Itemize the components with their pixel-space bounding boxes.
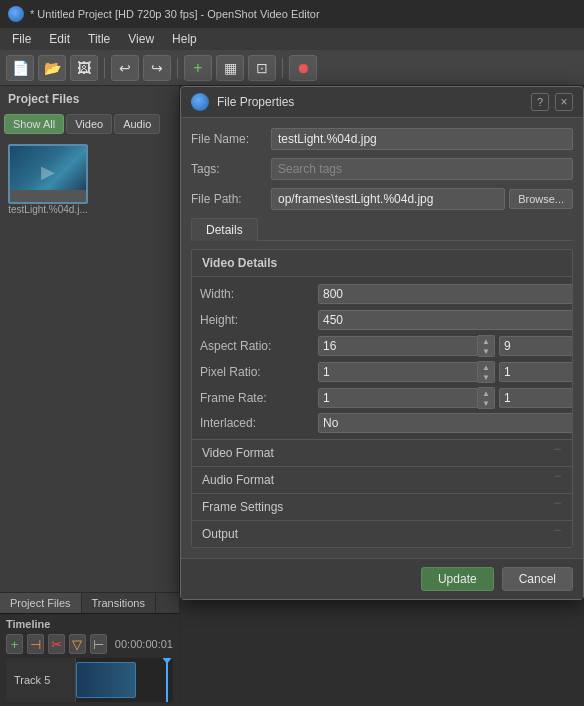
output-label: Output [202, 527, 238, 541]
width-label: Width: [200, 287, 310, 301]
transitions-button[interactable]: ▦ [216, 55, 244, 81]
menu-file[interactable]: File [4, 30, 39, 48]
pixel-ratio-1-down[interactable]: ▼ [478, 372, 494, 382]
tags-row: Tags: [191, 158, 573, 180]
dialog-close-button[interactable]: × [555, 93, 573, 111]
dialog-help-button[interactable]: ? [531, 93, 549, 111]
width-input-wrapper: ▲ ▼ [318, 283, 573, 305]
dialog-body: File Name: Tags: File Path: Browse... De… [181, 118, 583, 558]
file-path-row: File Path: Browse... [191, 188, 573, 210]
frame-rate-1-up[interactable]: ▲ [478, 388, 494, 398]
frame-rate-1-wrapper: ▲ ▼ [318, 387, 495, 409]
menu-edit[interactable]: Edit [41, 30, 78, 48]
toolbar-separator [104, 58, 105, 78]
title-bar: * Untitled Project [HD 720p 30 fps] - Op… [0, 0, 584, 28]
file-path-container: Browse... [271, 188, 573, 210]
tab-transitions[interactable]: Transitions [82, 593, 156, 613]
tab-project-files[interactable]: Project Files [0, 593, 82, 613]
audio-format-arrow: ⌒ [553, 474, 562, 487]
tags-input[interactable] [271, 158, 573, 180]
update-button[interactable]: Update [421, 567, 494, 591]
aspect-ratio-1-up[interactable]: ▲ [478, 336, 494, 346]
add-clip-button[interactable]: + [184, 55, 212, 81]
left-panel: Project Files Show All Video Audio testL… [0, 86, 180, 706]
dialog-app-icon [191, 93, 209, 111]
output-header[interactable]: Output ⌒ [192, 521, 572, 547]
pixel-ratio-2-input[interactable] [499, 362, 573, 382]
frame-rate-1-input[interactable] [318, 388, 478, 408]
track-clip[interactable] [76, 662, 136, 698]
filter-tabs: Show All Video Audio [0, 112, 179, 136]
filter-tab-video[interactable]: Video [66, 114, 112, 134]
file-properties-dialog: File Properties ? × File Name: Tags: Fil… [180, 86, 584, 600]
aspect-ratio-label: Aspect Ratio: [200, 339, 310, 353]
undo-button[interactable]: ↩ [111, 55, 139, 81]
file-name-input[interactable] [271, 128, 573, 150]
timeline-snap-button[interactable]: ⊣ [27, 634, 44, 654]
timeline-add-button[interactable]: + [6, 634, 23, 654]
menu-title[interactable]: Title [80, 30, 118, 48]
toolbar-separator-3 [282, 58, 283, 78]
interlaced-label: Interlaced: [200, 416, 310, 430]
new-button[interactable]: 📄 [6, 55, 34, 81]
file-name-row: File Name: [191, 128, 573, 150]
video-format-arrow: ⌒ [553, 447, 562, 460]
dialog-footer: Update Cancel [181, 558, 583, 599]
timeline-filter-button[interactable]: ▽ [69, 634, 86, 654]
redo-button[interactable]: ↪ [143, 55, 171, 81]
timeline-cut-button[interactable]: ✂ [48, 634, 65, 654]
frame-rate-1-down[interactable]: ▼ [478, 398, 494, 408]
audio-format-label: Audio Format [202, 473, 274, 487]
media-thumbnail [8, 144, 88, 204]
aspect-ratio-1-down[interactable]: ▼ [478, 346, 494, 356]
width-input[interactable] [318, 284, 573, 304]
height-input-wrapper: ▲ ▼ [318, 309, 573, 331]
output-arrow: ⌒ [553, 528, 562, 541]
record-button[interactable]: ⏺ [289, 55, 317, 81]
dialog-tabs: Details [191, 218, 573, 241]
aspect-ratio-1-input[interactable] [318, 336, 478, 356]
aspect-ratio-2-input[interactable] [499, 336, 573, 356]
thumbnail-button[interactable]: 🖼 [70, 55, 98, 81]
bottom-tabs: Project Files Transitions [0, 592, 179, 613]
frame-rate-1-spin: ▲ ▼ [478, 387, 495, 409]
video-details-header: Video Details [192, 250, 572, 277]
media-item[interactable]: testLight.%04d.j... [8, 144, 88, 215]
frame-settings-section: Frame Settings ⌒ [192, 493, 572, 520]
pixel-ratio-1-input[interactable] [318, 362, 478, 382]
audio-format-section: Audio Format ⌒ [192, 466, 572, 493]
tags-label: Tags: [191, 162, 271, 176]
timeline-zoom-button[interactable]: ⊢ [90, 634, 107, 654]
aspect-ratio-1-spin: ▲ ▼ [478, 335, 495, 357]
fullscreen-button[interactable]: ⊡ [248, 55, 276, 81]
frame-rate-row: ▲ ▼ ▲ ▼ [318, 387, 573, 409]
playhead-triangle [161, 658, 173, 664]
frame-rate-2-input[interactable] [499, 388, 573, 408]
frame-settings-arrow: ⌒ [553, 501, 562, 514]
filter-tab-audio[interactable]: Audio [114, 114, 160, 134]
menu-help[interactable]: Help [164, 30, 205, 48]
track-label: Track 5 [6, 658, 76, 702]
file-path-input[interactable] [271, 188, 505, 210]
open-button[interactable]: 📂 [38, 55, 66, 81]
track-area: Track 5 [6, 658, 173, 702]
window-title: * Untitled Project [HD 720p 30 fps] - Op… [30, 8, 320, 20]
menu-view[interactable]: View [120, 30, 162, 48]
audio-format-header[interactable]: Audio Format ⌒ [192, 467, 572, 493]
tab-details[interactable]: Details [191, 218, 258, 241]
interlaced-select[interactable]: No Yes [318, 413, 573, 433]
dialog-title: File Properties [217, 95, 531, 109]
file-path-label: File Path: [191, 192, 271, 206]
frame-settings-header[interactable]: Frame Settings ⌒ [192, 494, 572, 520]
cancel-button[interactable]: Cancel [502, 567, 573, 591]
height-input[interactable] [318, 310, 573, 330]
video-format-label: Video Format [202, 446, 274, 460]
output-section: Output ⌒ [192, 520, 572, 547]
video-format-header[interactable]: Video Format ⌒ [192, 440, 572, 466]
browse-button[interactable]: Browse... [509, 189, 573, 209]
project-files-header: Project Files [0, 86, 179, 112]
pixel-ratio-2-wrapper: ▲ ▼ [499, 361, 573, 383]
pixel-ratio-1-up[interactable]: ▲ [478, 362, 494, 372]
filter-tab-showall[interactable]: Show All [4, 114, 64, 134]
media-label: testLight.%04d.j... [8, 204, 88, 215]
